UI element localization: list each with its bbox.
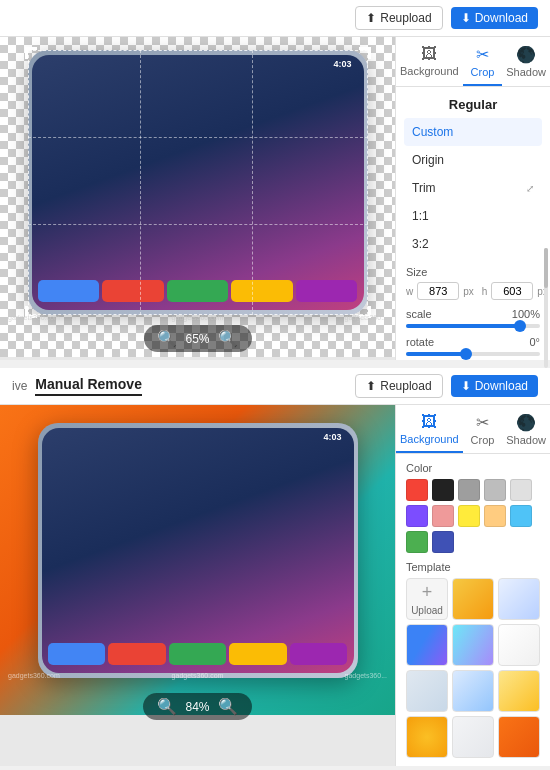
rotate-value: 0° bbox=[529, 336, 540, 348]
template-item-11[interactable] bbox=[498, 716, 540, 758]
template-upload[interactable]: + Upload bbox=[406, 578, 448, 620]
option-1-1[interactable]: 1:1 bbox=[404, 202, 542, 230]
scale-fill bbox=[406, 324, 520, 328]
rotate-label: rotate 0° bbox=[406, 336, 540, 348]
watermark-center: gadgets360.com bbox=[172, 314, 224, 321]
color-swatch-black[interactable] bbox=[432, 479, 454, 501]
prev-tab-hint: ive bbox=[12, 379, 27, 393]
bottom-right-panel: 🖼 Background ✂ Crop 🌑 Shadow Color bbox=[395, 405, 550, 766]
crop-tab-icon: ✂ bbox=[476, 45, 489, 64]
bottom-main-content: 4:03 g bbox=[0, 405, 550, 766]
color-swatch-purple[interactable] bbox=[406, 505, 428, 527]
template-item-10[interactable] bbox=[452, 716, 494, 758]
bottom-tab-background[interactable]: 🖼 Background bbox=[396, 405, 463, 453]
template-item-3[interactable] bbox=[406, 624, 448, 666]
color-swatch-lighter-gray[interactable] bbox=[510, 479, 532, 501]
watermark-left: gadgets360.com bbox=[8, 314, 60, 321]
bottom-phone-screen: 4:03 bbox=[42, 428, 354, 673]
zoom-level: 65% bbox=[185, 332, 209, 346]
template-item-2[interactable] bbox=[498, 578, 540, 620]
color-swatch-blue[interactable] bbox=[432, 531, 454, 553]
bottom-download-label: Download bbox=[475, 379, 528, 393]
size-label: Size bbox=[406, 266, 540, 278]
top-zoom-controls: 🔍 65% 🔍 bbox=[143, 325, 251, 352]
color-swatch-green[interactable] bbox=[406, 531, 428, 553]
scrollbar-thumb bbox=[544, 248, 548, 288]
color-label: Color bbox=[406, 462, 540, 474]
bottom-reupload-button[interactable]: ⬆ Reupload bbox=[355, 374, 442, 398]
tab-background[interactable]: 🖼 Background bbox=[396, 37, 463, 86]
color-grid bbox=[406, 479, 540, 553]
template-item-8[interactable] bbox=[498, 670, 540, 712]
tab-shadow[interactable]: 🌑 Shadow bbox=[502, 37, 550, 86]
section-divider bbox=[0, 360, 550, 368]
scale-thumb[interactable] bbox=[514, 320, 526, 332]
zoom-out-button[interactable]: 🔍 bbox=[155, 329, 179, 348]
color-swatch-yellow[interactable] bbox=[458, 505, 480, 527]
width-input[interactable] bbox=[417, 282, 459, 300]
phone-image-container: 4:03 bbox=[0, 37, 395, 327]
top-reupload-button[interactable]: ⬆ Reupload bbox=[355, 6, 442, 30]
color-swatch-gray[interactable] bbox=[458, 479, 480, 501]
template-item-5[interactable] bbox=[498, 624, 540, 666]
bottom-phone-container: 4:03 bbox=[10, 415, 385, 685]
bottom-tab-shadow[interactable]: 🌑 Shadow bbox=[502, 405, 550, 453]
template-item-9[interactable] bbox=[406, 716, 448, 758]
shadow-tab-icon: 🌑 bbox=[516, 45, 536, 64]
color-swatch-red[interactable] bbox=[406, 479, 428, 501]
color-swatch-light-orange[interactable] bbox=[484, 505, 506, 527]
top-download-button[interactable]: ⬇ Download bbox=[451, 7, 538, 29]
top-main-content: 4:03 bbox=[0, 37, 550, 360]
scale-label: scale 100% bbox=[406, 308, 540, 320]
option-3-2[interactable]: 3:2 bbox=[404, 230, 542, 258]
scale-slider[interactable] bbox=[406, 324, 540, 328]
option-custom-label: Custom bbox=[412, 125, 453, 139]
rotate-slider[interactable] bbox=[406, 352, 540, 356]
panel-title: Regular bbox=[396, 87, 550, 118]
template-item-4[interactable] bbox=[452, 624, 494, 666]
bottom-canvas-area: 4:03 g bbox=[0, 405, 395, 766]
scale-section: scale 100% bbox=[396, 304, 550, 332]
upload-plus-icon: + bbox=[422, 582, 433, 603]
phone-screen-top: 4:03 bbox=[32, 55, 364, 310]
bottom-zoom-in-button[interactable]: 🔍 bbox=[216, 697, 240, 716]
color-swatch-light-gray[interactable] bbox=[484, 479, 506, 501]
phone-icons bbox=[38, 280, 358, 302]
options-scrollbar[interactable] bbox=[544, 248, 548, 368]
bottom-zoom-out-button[interactable]: 🔍 bbox=[155, 697, 179, 716]
height-input[interactable] bbox=[491, 282, 533, 300]
phone-time: 4:03 bbox=[333, 59, 351, 69]
bottom-reupload-label: Reupload bbox=[380, 379, 431, 393]
download-icon: ⬇ bbox=[461, 11, 471, 25]
tab-shadow-label: Shadow bbox=[506, 66, 546, 78]
option-custom[interactable]: Custom bbox=[404, 118, 542, 146]
bottom-tab-crop[interactable]: ✂ Crop bbox=[463, 405, 503, 453]
option-1-1-label: 1:1 bbox=[412, 209, 429, 223]
template-item-7[interactable] bbox=[452, 670, 494, 712]
download-label: Download bbox=[475, 11, 528, 25]
app-icon-b3 bbox=[169, 643, 227, 665]
color-swatch-light-red[interactable] bbox=[432, 505, 454, 527]
top-header-actions: ⬆ Reupload ⬇ Download bbox=[355, 6, 538, 30]
bottom-watermark-right: gadgets360... bbox=[345, 672, 387, 679]
app-icon bbox=[102, 280, 164, 302]
bottom-phone-body: 4:03 bbox=[38, 423, 358, 678]
template-item-6[interactable] bbox=[406, 670, 448, 712]
rotate-thumb[interactable] bbox=[460, 348, 472, 360]
template-item-1[interactable] bbox=[452, 578, 494, 620]
color-swatch-light-blue[interactable] bbox=[510, 505, 532, 527]
app-icon-b1 bbox=[48, 643, 106, 665]
top-canvas-area: 4:03 bbox=[0, 37, 395, 360]
option-trim[interactable]: Trim ⤢ bbox=[404, 174, 542, 202]
top-header: ⬆ Reupload ⬇ Download bbox=[0, 0, 550, 37]
template-grid: + Upload bbox=[406, 578, 540, 758]
shadow-tab-icon-b: 🌑 bbox=[516, 413, 536, 432]
size-inputs: w px h px bbox=[406, 282, 540, 300]
top-canvas: 4:03 bbox=[0, 37, 395, 357]
zoom-in-button[interactable]: 🔍 bbox=[216, 329, 240, 348]
option-origin[interactable]: Origin bbox=[404, 146, 542, 174]
bottom-section-title: Manual Remove bbox=[35, 376, 142, 396]
bottom-canvas: 4:03 g bbox=[0, 405, 395, 715]
bottom-download-button[interactable]: ⬇ Download bbox=[451, 375, 538, 397]
tab-crop[interactable]: ✂ Crop bbox=[463, 37, 503, 86]
